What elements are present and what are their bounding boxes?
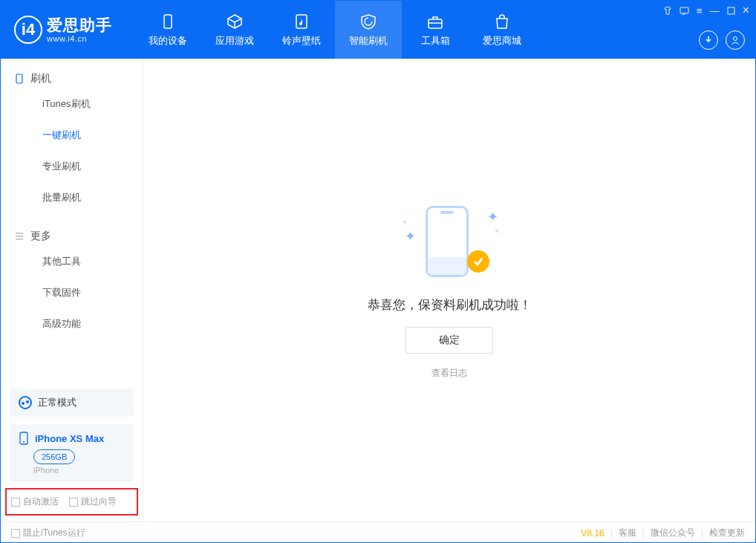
checkbox-icon	[11, 529, 20, 538]
group-header[interactable]: 刷机	[14, 69, 143, 88]
device-box[interactable]: iPhone XS Max 256GB iPhone	[10, 424, 134, 482]
wechat-link[interactable]: 微信公众号	[651, 527, 695, 539]
logo[interactable]: i4 爱思助手 www.i4.cn	[1, 16, 112, 44]
group-header[interactable]: 更多	[14, 227, 143, 246]
tab-label: 工具箱	[421, 34, 450, 48]
sidebar: 刷机 iTunes刷机 一键刷机 专业刷机 批量刷机 更多 其他工具 下载固件 …	[1, 59, 143, 521]
sidebar-item-batch[interactable]: 批量刷机	[42, 182, 143, 213]
minimize-button[interactable]: —	[710, 5, 720, 16]
maximize-button[interactable]	[727, 7, 735, 15]
cube-icon	[225, 12, 244, 31]
view-log-link[interactable]: 查看日志	[431, 367, 467, 380]
group-title: 刷机	[30, 72, 51, 85]
sidebar-item-advanced[interactable]: 高级功能	[42, 308, 143, 339]
download-button[interactable]	[699, 30, 718, 50]
tab-label: 智能刷机	[349, 34, 388, 48]
success-illustration: ✦ ✦	[405, 201, 494, 283]
storage-badge: 256GB	[33, 449, 75, 464]
sparkle-icon: ✦	[405, 228, 416, 244]
mode-icon	[19, 396, 32, 409]
logo-text: 爱思助手 www.i4.cn	[47, 16, 112, 42]
checkbox-label: 跳过向导	[81, 495, 117, 508]
check-badge-icon	[467, 250, 489, 273]
svg-rect-3	[680, 7, 688, 13]
options-row: 自动激活 跳过向导	[5, 488, 138, 516]
device-name: iPhone XS Max	[35, 433, 104, 444]
sidebar-items: 其他工具 下载固件 高级功能	[14, 246, 143, 339]
separator: |	[642, 528, 645, 539]
download-icon	[703, 35, 714, 45]
tab-label: 我的设备	[149, 34, 187, 48]
music-file-icon	[292, 12, 311, 31]
tab-ringtone[interactable]: 铃声壁纸	[268, 1, 335, 59]
tab-store[interactable]: 爱思商城	[469, 1, 535, 59]
sidebar-item-firmware[interactable]: 下载固件	[42, 277, 143, 308]
mode-box[interactable]: 正常模式	[10, 388, 134, 417]
header-actions	[699, 30, 745, 50]
svg-rect-2	[428, 19, 442, 28]
checkbox-icon	[11, 498, 20, 507]
svg-rect-6	[16, 74, 22, 83]
sidebar-item-pro[interactable]: 专业刷机	[42, 151, 143, 182]
device-header: iPhone XS Max	[19, 432, 125, 445]
feedback-icon[interactable]	[680, 6, 689, 16]
sidebar-item-oneclick[interactable]: 一键刷机	[42, 120, 143, 151]
footer-right: V8.16 | 客服 | 微信公众号 | 检查更新	[581, 527, 745, 539]
footer: 阻止iTunes运行 V8.16 | 客服 | 微信公众号 | 检查更新	[1, 521, 755, 543]
main-tabs: 我的设备 应用游戏 铃声壁纸 智能刷机 工具箱 爱思商城	[134, 1, 535, 59]
tab-device[interactable]: 我的设备	[134, 1, 201, 59]
version-label: V8.16	[581, 528, 604, 539]
checkbox-block-itunes[interactable]: 阻止iTunes运行	[11, 527, 85, 539]
checkbox-label: 自动激活	[23, 495, 59, 508]
svg-point-5	[734, 37, 737, 41]
checkbox-auto-activate[interactable]: 自动激活	[11, 495, 59, 508]
sidebar-bottom: 正常模式 iPhone XS Max 256GB iPhone	[1, 383, 143, 482]
device-icon	[14, 74, 25, 84]
sidebar-group-flash: 刷机 iTunes刷机 一键刷机 专业刷机 批量刷机	[1, 59, 143, 216]
sidebar-group-more: 更多 其他工具 下载固件 高级功能	[1, 216, 143, 342]
separator: |	[610, 528, 613, 539]
sidebar-item-other[interactable]: 其他工具	[42, 246, 143, 277]
logo-icon: i4	[14, 16, 42, 44]
body: 刷机 iTunes刷机 一键刷机 专业刷机 批量刷机 更多 其他工具 下载固件 …	[1, 59, 755, 521]
separator: |	[701, 528, 703, 539]
bag-icon	[492, 12, 512, 31]
close-button[interactable]: ×	[743, 4, 749, 17]
menu-icon[interactable]: ≡	[697, 5, 703, 16]
header: i4 爱思助手 www.i4.cn 我的设备 应用游戏 铃声壁纸 智能刷机 工具…	[1, 1, 755, 59]
window-controls: ≡ — ×	[662, 4, 749, 17]
update-link[interactable]: 检查更新	[709, 527, 745, 539]
toolbox-icon	[426, 12, 445, 31]
tab-toolbox[interactable]: 工具箱	[402, 1, 469, 59]
shirt-icon[interactable]	[662, 6, 672, 16]
tab-label: 铃声壁纸	[282, 34, 321, 48]
user-button[interactable]	[726, 30, 745, 50]
tab-label: 爱思商城	[483, 34, 521, 48]
main-content: ✦ ✦ 恭喜您，保资料刷机成功啦！ 确定 查看日志	[143, 59, 755, 521]
mode-label: 正常模式	[38, 396, 76, 409]
svg-rect-4	[728, 7, 734, 14]
checkbox-skip-guide[interactable]: 跳过向导	[69, 495, 117, 508]
sparkle-icon: ✦	[487, 209, 498, 225]
list-icon	[14, 231, 25, 241]
tab-label: 应用游戏	[215, 34, 254, 48]
user-icon	[730, 35, 740, 45]
tab-apps[interactable]: 应用游戏	[201, 1, 268, 59]
phone-icon	[19, 432, 29, 445]
device-type: iPhone	[33, 466, 125, 475]
svg-point-8	[23, 441, 25, 443]
sidebar-item-itunes[interactable]: iTunes刷机	[42, 88, 143, 120]
app-url: www.i4.cn	[47, 34, 112, 43]
group-title: 更多	[30, 230, 51, 243]
support-link[interactable]: 客服	[619, 527, 636, 539]
tab-flash[interactable]: 智能刷机	[335, 1, 402, 59]
phone-graphic	[426, 206, 469, 277]
app-name: 爱思助手	[47, 16, 112, 33]
checkbox-icon	[69, 498, 78, 507]
sidebar-items: iTunes刷机 一键刷机 专业刷机 批量刷机	[14, 88, 143, 213]
svg-rect-0	[164, 15, 172, 28]
checkbox-label: 阻止iTunes运行	[23, 527, 85, 539]
success-message: 恭喜您，保资料刷机成功啦！	[368, 296, 532, 313]
ok-button[interactable]: 确定	[405, 327, 493, 354]
shield-icon	[359, 12, 378, 31]
